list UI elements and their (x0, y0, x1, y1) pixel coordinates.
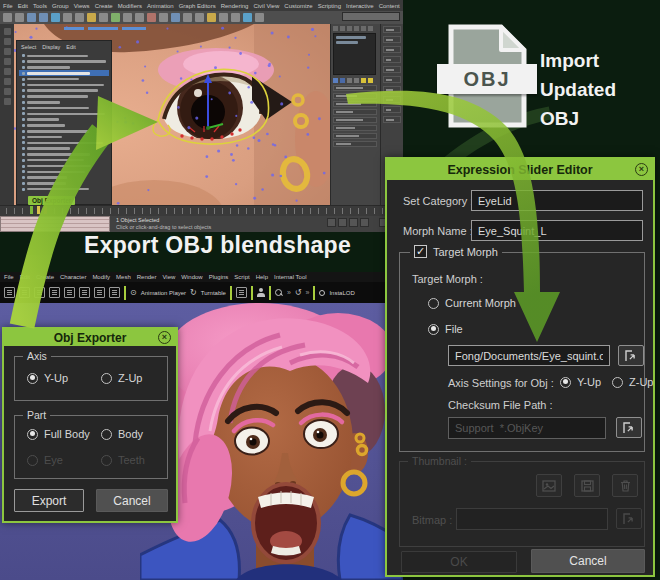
cc-menu-item[interactable]: Character (60, 274, 86, 280)
checksum-input[interactable] (448, 417, 606, 439)
max-toolbar-icon[interactable] (51, 13, 60, 22)
explorer-tab[interactable]: Select (21, 44, 36, 50)
cc-menu-item[interactable]: Window (181, 274, 202, 280)
cc-toolbar[interactable]: ⊙ Animation Player ↻ Turntable » ↺ » Ins… (0, 282, 403, 303)
viewport-label[interactable] (64, 27, 146, 30)
export-obj-icon[interactable] (79, 287, 90, 298)
yup-radio[interactable] (27, 373, 38, 384)
command-panel-tabs[interactable] (333, 26, 377, 31)
expression-editor-titlebar[interactable]: Expression Slider Editor (387, 159, 653, 180)
max-menu-item[interactable]: Scripting (318, 3, 341, 9)
set-category-input[interactable] (471, 190, 643, 211)
max-menu-item[interactable]: Edit (18, 3, 28, 9)
max-menu-item[interactable]: File (3, 3, 13, 9)
max-menu-item[interactable]: Civil View (253, 3, 279, 9)
export-fbx-icon[interactable] (94, 287, 105, 298)
explorer-tab[interactable]: Display (42, 44, 60, 50)
cc-menu-item[interactable]: Internal Tool (274, 274, 307, 280)
max-toolbar-icon[interactable] (159, 13, 168, 22)
command-panel[interactable] (330, 24, 379, 205)
max-menu-item[interactable]: Interactive (346, 3, 374, 9)
max-toolbar-icon[interactable] (3, 13, 12, 22)
close-icon[interactable] (635, 163, 648, 176)
maxscript-mini-listener[interactable] (0, 216, 110, 232)
full-body-radio[interactable] (27, 429, 38, 440)
cc-menu-item[interactable]: Modify (92, 274, 110, 280)
max-toolbar-icon[interactable] (243, 13, 252, 22)
explorer-tab[interactable]: Edit (66, 44, 75, 50)
max-toolbar-icon[interactable] (27, 13, 36, 22)
max-menu-item[interactable]: Create (95, 3, 113, 9)
max-toolbar-icon[interactable] (135, 13, 144, 22)
max-toolbar-icon[interactable] (123, 13, 132, 22)
max-toolbar-icon[interactable] (87, 13, 96, 22)
max-toolbar-icon[interactable] (111, 13, 120, 22)
import-icon[interactable] (49, 287, 60, 298)
instalod-label[interactable]: InstaLOD (329, 290, 354, 296)
max-menu-item[interactable]: Content (379, 3, 400, 9)
substance-icon[interactable] (236, 287, 247, 298)
current-morph-radio[interactable] (428, 298, 439, 309)
cc-menu-item[interactable]: File (4, 274, 14, 280)
file-browse-button[interactable] (618, 345, 644, 366)
expand-chevron[interactable]: » (287, 289, 291, 296)
max-menu-item[interactable]: Group (52, 3, 69, 9)
max-menu-item[interactable]: Animation (147, 3, 174, 9)
scene-explorer-list[interactable] (19, 53, 109, 192)
obj-exporter-titlebar[interactable]: Obj Exporter (4, 329, 176, 346)
scene-explorer-row[interactable] (19, 186, 109, 192)
cc-menu-item[interactable]: Render (137, 274, 157, 280)
modifier-stack[interactable] (333, 33, 376, 75)
save-icon[interactable] (34, 287, 45, 298)
obj-yup-radio[interactable] (560, 377, 571, 388)
cc-menu-item[interactable]: Plugins (209, 274, 229, 280)
morph-name-input[interactable] (471, 220, 643, 241)
max-toolbar-icon[interactable] (63, 13, 72, 22)
max-menu-item[interactable]: Views (74, 3, 90, 9)
cc-menu-item[interactable]: Edit (20, 274, 30, 280)
open-icon[interactable] (19, 287, 30, 298)
magnifier-icon[interactable] (275, 289, 283, 297)
scene-explorer[interactable]: SelectDisplayEdit (16, 40, 112, 205)
subobject-icons[interactable] (333, 78, 377, 83)
cancel-button[interactable]: Cancel (96, 489, 168, 512)
close-icon[interactable] (158, 331, 171, 344)
max-menu-item[interactable]: Graph Editors (179, 3, 216, 9)
max-toolbar-icon[interactable] (99, 13, 108, 22)
cc-menu-item[interactable]: View (162, 274, 175, 280)
max-toolbar-icon[interactable] (207, 13, 216, 22)
max-toolbar-icon[interactable] (255, 13, 264, 22)
export-icon[interactable] (64, 287, 75, 298)
max-toolbar-icon[interactable] (39, 13, 48, 22)
max-toolbar-icon[interactable] (75, 13, 84, 22)
export-button[interactable]: Export (14, 489, 84, 512)
max-toolbar-icon[interactable] (147, 13, 156, 22)
max-menu-item[interactable]: Customize (284, 3, 312, 9)
cancel-button[interactable]: Cancel (531, 549, 645, 573)
max-toolbar-icon[interactable] (219, 13, 228, 22)
max-menu-item[interactable]: Rendering (221, 3, 249, 9)
animation-player-label[interactable]: Animation Player (141, 290, 186, 296)
cc-menu-item[interactable]: Create (36, 274, 54, 280)
obj-zup-radio[interactable] (612, 377, 623, 388)
cc-menu-item[interactable]: Help (256, 274, 268, 280)
file-path-input[interactable] (448, 345, 610, 366)
max-toolbar-icon[interactable] (171, 13, 180, 22)
max-toolbar-icon[interactable] (195, 13, 204, 22)
new-icon[interactable] (4, 287, 15, 298)
expand-chevron[interactable]: » (306, 289, 310, 296)
cc-menu-item[interactable]: Mesh (116, 274, 131, 280)
cc-menu-item[interactable]: Script (234, 274, 249, 280)
max-toolbar-icon[interactable] (15, 13, 24, 22)
max-menu-item[interactable]: Modifiers (118, 3, 142, 9)
target-morph-checkbox[interactable] (414, 245, 427, 258)
max-toolbar-icon[interactable] (231, 13, 240, 22)
file-radio[interactable] (428, 324, 439, 335)
workspace-dropdown[interactable] (342, 12, 400, 21)
character-icon[interactable] (257, 288, 265, 297)
playback-buttons[interactable] (327, 218, 369, 227)
max-toolbar-icon[interactable] (183, 13, 192, 22)
turntable-label[interactable]: Turntable (201, 290, 226, 296)
max-menu-item[interactable]: Tools (33, 3, 47, 9)
zup-radio[interactable] (101, 373, 112, 384)
